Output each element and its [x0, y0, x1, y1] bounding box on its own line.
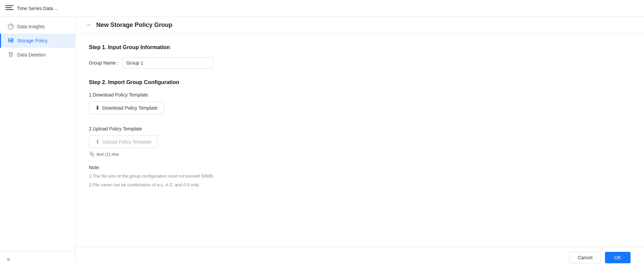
storage-icon — [8, 38, 14, 44]
svg-point-3 — [12, 39, 13, 40]
upload-template-button[interactable]: ⬆ Upload Policy Template — [89, 136, 158, 148]
page-header: ← New Storage Policy Group — [75, 17, 644, 34]
download-icon: ⬇ — [95, 105, 100, 111]
cancel-button[interactable]: Cancel — [569, 252, 601, 263]
back-button[interactable]: ← — [86, 22, 92, 29]
sidebar-footer: ≡ — [0, 251, 75, 268]
step1-title: Step 1. Input Group Information — [89, 44, 631, 50]
deletion-icon — [8, 52, 14, 58]
sub-step1-label: 1.Download Policy Template — [89, 92, 631, 98]
step2-title: Step 2. Import Group Configuration — [89, 79, 631, 85]
sidebar-label-data-deletion: Data Deletion — [17, 52, 46, 58]
upload-btn-label: Upload Policy Template — [102, 139, 151, 145]
notes-section: Note: 1.The file size of the group confi… — [89, 165, 631, 188]
main-content: ← New Storage Policy Group Step 1. Input… — [75, 17, 644, 268]
download-template-button[interactable]: ⬇ Download Policy Template — [89, 102, 164, 114]
group-name-label: Group Name : — [89, 60, 118, 66]
app-title: Time Series Data ... — [17, 6, 58, 11]
sidebar-label-storage-policy: Storage Policy — [17, 38, 47, 43]
page-title: New Storage Policy Group — [96, 22, 172, 29]
notes-title: Note: — [89, 165, 631, 170]
paperclip-icon: 📎 — [89, 151, 95, 157]
group-name-row: Group Name : — [89, 57, 631, 69]
sidebar-item-storage-policy[interactable]: Storage Policy — [0, 34, 75, 48]
sub-step2-label: 2.Upload Policy Template — [89, 126, 631, 131]
group-name-input[interactable] — [123, 57, 213, 69]
sidebar-item-data-deletion[interactable]: Data Deletion — [0, 48, 75, 62]
attached-file-row: 📎 test (1).xlsx — [89, 151, 631, 157]
content-area: Step 1. Input Group Information Group Na… — [75, 34, 644, 268]
upload-icon: ⬆ — [95, 139, 100, 145]
sidebar-label-data-insights: Data Insights — [17, 24, 45, 29]
attached-filename: test (1).xlsx — [97, 152, 119, 157]
main-layout: Data Insights Storage Policy — [0, 17, 644, 268]
ok-button[interactable]: OK — [605, 252, 631, 263]
collapse-sidebar-icon[interactable]: ≡ — [7, 257, 10, 262]
app-icon — [5, 5, 13, 12]
sidebar-item-data-insights[interactable]: Data Insights — [0, 20, 75, 34]
step2-upload-section: 2.Upload Policy Template ⬆ Upload Policy… — [89, 126, 631, 157]
chart-icon — [8, 24, 14, 30]
svg-point-4 — [12, 41, 13, 42]
step2-download-section: 1.Download Policy Template ⬇ Download Po… — [89, 92, 631, 122]
sidebar: Data Insights Storage Policy — [0, 17, 75, 268]
top-bar: Time Series Data ... — [0, 0, 644, 17]
download-btn-label: Download Policy Template — [102, 105, 158, 111]
note-2: 2.File name can be combination of a-z, A… — [89, 182, 631, 188]
footer-buttons: Cancel OK — [75, 247, 644, 268]
svg-rect-6 — [9, 53, 12, 57]
note-1: 1.The file size of the group configurati… — [89, 173, 631, 180]
